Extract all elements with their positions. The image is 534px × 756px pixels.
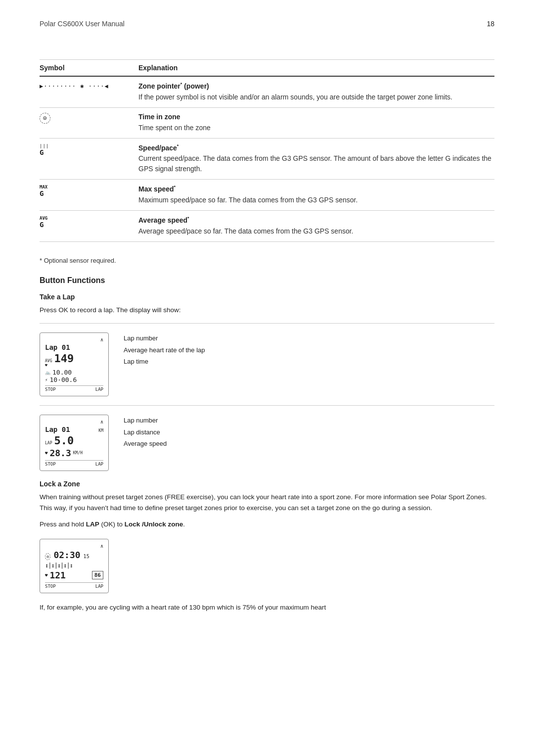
- device-kmh-label: KM/H: [73, 451, 83, 455]
- label-avg-speed: Average speed: [124, 438, 167, 449]
- symbol-avg-speed: AVG G: [40, 210, 138, 241]
- label-lap-time-1: Lap time: [124, 356, 205, 367]
- subsection-title-take-a-lap: Take a Lap: [40, 293, 494, 301]
- device-stop-label-1: STOP: [45, 387, 56, 392]
- table-row: ▶········ ✱ ····◀ Zone pointer* (power) …: [40, 76, 494, 107]
- device-lap-time-2: 10·00.6: [49, 376, 77, 383]
- device-stop-label-3: STOP: [45, 584, 56, 589]
- device-display-3: ∧ ⊙ 02:30 15 ↕|↕|↕|↕|↕ ♥ 121 86 STOP LAP: [40, 539, 109, 593]
- device-display-1: ∧ Lap 01 AVG♥ 149 🚲 10.00 ⚡ 10·00.6 STOP…: [40, 332, 109, 396]
- symbol-zone-pointer: ▶········ ✱ ····◀: [40, 76, 138, 107]
- lap-ok-bold: LAP: [86, 520, 99, 528]
- device-time-display: 02:30: [53, 550, 80, 560]
- device-bottom-bar-2: STOP LAP: [45, 460, 103, 467]
- label-avg-heart-rate: Average heart rate of the lap: [124, 344, 205, 356]
- section-title-button-functions: Button Functions: [40, 276, 494, 285]
- symbol-table: Symbol Explanation ▶········ ✱ ····◀ Zon…: [40, 59, 494, 242]
- lock-a-zone-body1: When training without preset target zone…: [40, 492, 494, 513]
- device-heart-rate: 149: [54, 352, 74, 365]
- table-row: ||| G Speed/pace* Current speed/pace. Th…: [40, 138, 494, 180]
- device-km-label: KM: [98, 428, 103, 433]
- device-row-2: ∧ Lap 01 KM LAP 5.0 ♥ 28.3 KM/H STOP LAP…: [40, 415, 494, 471]
- explanation-avg-speed: Average speed* Average speed/pace so far…: [138, 210, 494, 241]
- explanation-zone-pointer: Zone pointer* (power) If the power symbo…: [138, 76, 494, 107]
- device-pace-icon: ⚡: [45, 378, 47, 382]
- manual-title: Polar CS600X User Manual: [40, 20, 125, 28]
- explanation-time-in-zone: Time in zone Time spent on the zone: [138, 107, 494, 138]
- device-heart-icon-3: ♥: [45, 573, 47, 578]
- device-1-labels: Lap number Average heart rate of the lap…: [124, 332, 205, 367]
- device-top-arrow-3: ∧: [45, 543, 103, 549]
- separator-1: [40, 323, 494, 324]
- separator-2: [40, 405, 494, 406]
- subsection-title-lock-a-zone: Lock a Zone: [40, 480, 494, 488]
- device-stop-label-2: STOP: [45, 462, 56, 467]
- device-bottom-bar-1: STOP LAP: [45, 385, 103, 392]
- device-time-sub: 15: [84, 554, 89, 559]
- lock-unlock-bold: Lock /Unlock zone: [125, 520, 183, 528]
- device-bottom-bar-3: STOP LAP: [45, 582, 103, 589]
- footnote: * Optional sensor required.: [40, 257, 494, 264]
- table-row: MAX G Max speed* Maximum speed/pace so f…: [40, 180, 494, 211]
- device-lap-label-1: Lap 01: [45, 343, 70, 351]
- label-lap-number-1: Lap number: [124, 332, 205, 344]
- col-explanation: Explanation: [138, 60, 494, 77]
- device-display-2: ∧ Lap 01 KM LAP 5.0 ♥ 28.3 KM/H STOP LAP: [40, 415, 109, 471]
- lock-a-zone-instruction: Press and hold LAP (OK) to Lock /Unlock …: [40, 519, 494, 530]
- col-symbol: Symbol: [40, 60, 138, 77]
- device-top-arrow-2: ∧: [45, 419, 103, 425]
- symbol-max-speed: MAX G: [40, 180, 138, 211]
- device-bike-icon: 🚲: [45, 370, 50, 375]
- table-row: AVG G Average speed* Average speed/pace …: [40, 210, 494, 241]
- explanation-max-speed: Max speed* Maximum speed/pace so far. Th…: [138, 180, 494, 211]
- device-hr-value: 121: [49, 570, 66, 580]
- device-zone-box: 86: [92, 571, 103, 579]
- device-heart-icon-2: ♥: [45, 451, 47, 456]
- device-top-arrow-1: ∧: [45, 337, 103, 342]
- symbol-time-in-zone: ⊙: [40, 107, 138, 138]
- device-2-labels: Lap number Lap distance Average speed: [124, 415, 167, 449]
- device-bars: ↕|↕|↕|↕|↕: [45, 562, 73, 569]
- symbol-speed-pace: ||| G: [40, 138, 138, 180]
- lock-a-zone-body2: If, for example, you are cycling with a …: [40, 602, 494, 613]
- device-avg-speed-val: 28.3: [49, 448, 71, 458]
- device-lap-label-btn-1: LAP: [95, 387, 103, 392]
- label-lap-number-2: Lap number: [124, 415, 167, 426]
- device-lap-tag: LAP: [45, 441, 52, 445]
- label-lap-distance: Lap distance: [124, 426, 167, 438]
- device-avg-label: AVG♥: [45, 359, 52, 368]
- page-number: 18: [487, 20, 494, 28]
- device-lap-label-btn-3: LAP: [95, 584, 103, 589]
- device-lap-label-btn-2: LAP: [95, 462, 103, 467]
- device-lap-distance: 5.0: [54, 434, 74, 447]
- device-row-3: ∧ ⊙ 02:30 15 ↕|↕|↕|↕|↕ ♥ 121 86 STOP LAP: [40, 539, 494, 593]
- take-a-lap-body: Press OK to record a lap. The display wi…: [40, 305, 494, 316]
- device-lap-time-1: 10.00: [52, 369, 72, 376]
- device-lap-label-2: Lap 01: [45, 425, 70, 433]
- explanation-speed-pace: Speed/pace* Current speed/pace. The data…: [138, 138, 494, 180]
- device-row-1: ∧ Lap 01 AVG♥ 149 🚲 10.00 ⚡ 10·00.6 STOP…: [40, 332, 494, 396]
- table-row: ⊙ Time in zone Time spent on the zone: [40, 107, 494, 138]
- device-clock-icon: ⊙: [45, 553, 50, 560]
